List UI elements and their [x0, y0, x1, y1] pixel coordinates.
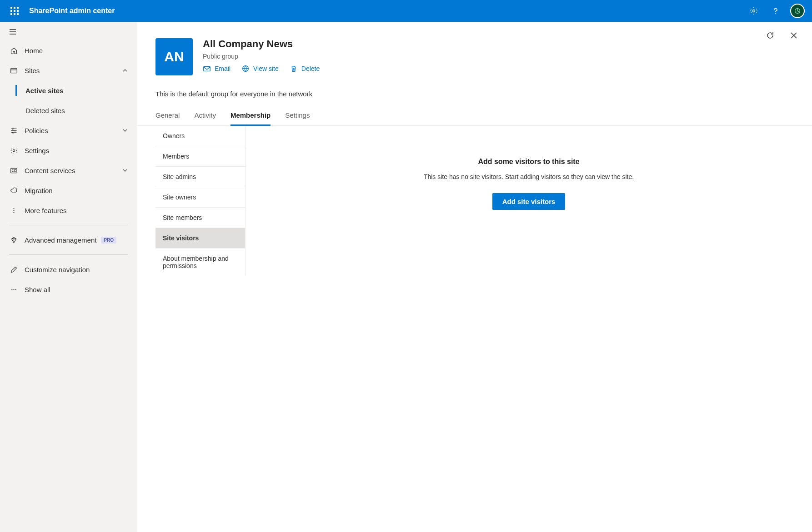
sidebar-label: Settings	[25, 147, 49, 154]
tab-activity[interactable]: Activity	[194, 109, 216, 125]
sidebar-label: Customize navigation	[25, 266, 90, 273]
sidebar-label: More features	[25, 207, 67, 214]
pro-badge: PRO	[101, 237, 116, 244]
add-site-visitors-button[interactable]: Add site visitors	[492, 193, 566, 210]
empty-state-sub: This site has no site visitors. Start ad…	[424, 173, 634, 180]
home-icon	[9, 47, 18, 55]
divider	[9, 225, 128, 225]
svg-point-7	[13, 149, 15, 151]
svg-point-11	[13, 210, 14, 211]
sidebar-label: Content services	[25, 167, 75, 174]
settings-button[interactable]	[743, 0, 765, 22]
membership-item-site-members[interactable]: Site members	[155, 208, 245, 228]
content-icon	[9, 167, 18, 174]
site-title: All Company News	[203, 38, 320, 50]
avatar	[790, 4, 805, 18]
collapse-nav-button[interactable]	[0, 24, 137, 40]
sidebar-item-deleted-sites[interactable]: Deleted sites	[0, 100, 137, 120]
window-icon	[9, 67, 18, 75]
sidebar-item-migration[interactable]: Migration	[0, 180, 137, 200]
help-icon	[771, 6, 780, 15]
sidebar-item-show-all[interactable]: Show all	[0, 279, 137, 299]
sidebar-label: Advanced management	[25, 236, 96, 244]
svg-rect-3	[10, 68, 17, 73]
pencil-icon	[9, 266, 18, 273]
sidebar-item-settings[interactable]: Settings	[0, 140, 137, 160]
sidebar-label: Sites	[25, 67, 40, 75]
chevron-down-icon	[122, 167, 128, 174]
membership-item-site-visitors[interactable]: Site visitors	[155, 228, 245, 249]
waffle-icon	[10, 7, 19, 15]
trash-icon	[290, 65, 298, 73]
svg-point-13	[11, 289, 12, 290]
cloud-icon	[9, 187, 18, 194]
refresh-button[interactable]	[765, 30, 776, 41]
sidebar-label: Migration	[25, 187, 53, 194]
chevron-down-icon	[122, 127, 128, 134]
membership-item-site-owners[interactable]: Site owners	[155, 187, 245, 208]
app-title: SharePoint admin center	[29, 7, 115, 15]
site-subtitle: Public group	[203, 53, 320, 60]
site-description: This is the default group for everyone i…	[137, 75, 812, 98]
account-button[interactable]	[787, 0, 808, 22]
sidebar-item-active-sites[interactable]: Active sites	[0, 80, 137, 100]
sidebar-item-more-features[interactable]: More features	[0, 200, 137, 220]
sidebar-label: Deleted sites	[25, 107, 65, 114]
sidebar-label: Policies	[25, 127, 48, 134]
ellipsis-icon	[9, 286, 18, 293]
refresh-icon	[766, 31, 775, 40]
action-label: Delete	[301, 65, 320, 72]
tab-membership[interactable]: Membership	[231, 109, 271, 126]
site-initials: AN	[164, 49, 184, 65]
membership-item-site-admins[interactable]: Site admins	[155, 167, 245, 187]
email-action[interactable]: Email	[203, 65, 231, 73]
svg-rect-9	[15, 169, 16, 171]
sidebar-item-policies[interactable]: Policies	[0, 120, 137, 140]
topbar: SharePoint admin center	[0, 0, 812, 22]
more-icon	[9, 207, 18, 214]
membership-category-list: Owners Members Site admins Site owners S…	[155, 126, 246, 276]
svg-point-10	[13, 208, 14, 209]
tab-general[interactable]: General	[155, 109, 180, 125]
membership-item-about[interactable]: About membership and permissions	[155, 249, 245, 276]
sidebar-item-content-services[interactable]: Content services	[0, 160, 137, 180]
svg-point-5	[14, 130, 15, 131]
sidebar-item-customize-navigation[interactable]: Customize navigation	[0, 259, 137, 279]
svg-point-0	[753, 10, 755, 12]
sidebar-item-sites[interactable]: Sites	[0, 60, 137, 80]
sidebar-item-advanced-management[interactable]: Advanced management PRO	[0, 230, 137, 250]
close-icon	[790, 31, 798, 40]
site-tile: AN	[155, 38, 193, 75]
membership-item-members[interactable]: Members	[155, 146, 245, 167]
detail-panel: AN All Company News Public group Email	[137, 22, 812, 532]
tab-bar: General Activity Membership Settings	[137, 98, 812, 126]
divider	[9, 254, 128, 255]
svg-rect-16	[204, 67, 210, 71]
sidebar-label: Home	[25, 47, 43, 55]
view-site-action[interactable]: View site	[241, 65, 279, 73]
help-button[interactable]	[765, 0, 787, 22]
sidebar-label: Show all	[25, 286, 50, 293]
empty-state-heading: Add some visitors to this site	[478, 158, 579, 166]
svg-point-6	[12, 132, 14, 133]
close-button[interactable]	[788, 30, 799, 41]
svg-point-15	[15, 289, 16, 290]
membership-detail: Add some visitors to this site This site…	[246, 126, 812, 276]
svg-point-4	[12, 128, 13, 129]
sidebar: Home Sites Active sites Deleted sites Po…	[0, 22, 137, 532]
svg-point-1	[775, 13, 776, 14]
delete-action[interactable]: Delete	[290, 65, 320, 73]
gear-icon	[9, 147, 18, 154]
gear-icon	[749, 6, 758, 15]
tab-settings[interactable]: Settings	[285, 109, 310, 125]
diamond-icon	[9, 236, 18, 244]
sliders-icon	[9, 127, 18, 134]
action-label: View site	[253, 65, 279, 72]
membership-item-owners[interactable]: Owners	[155, 126, 245, 146]
app-launcher-button[interactable]	[4, 0, 25, 22]
action-label: Email	[215, 65, 231, 72]
globe-icon	[241, 65, 250, 73]
chevron-up-icon	[122, 67, 128, 75]
svg-point-14	[13, 289, 14, 290]
sidebar-item-home[interactable]: Home	[0, 40, 137, 60]
